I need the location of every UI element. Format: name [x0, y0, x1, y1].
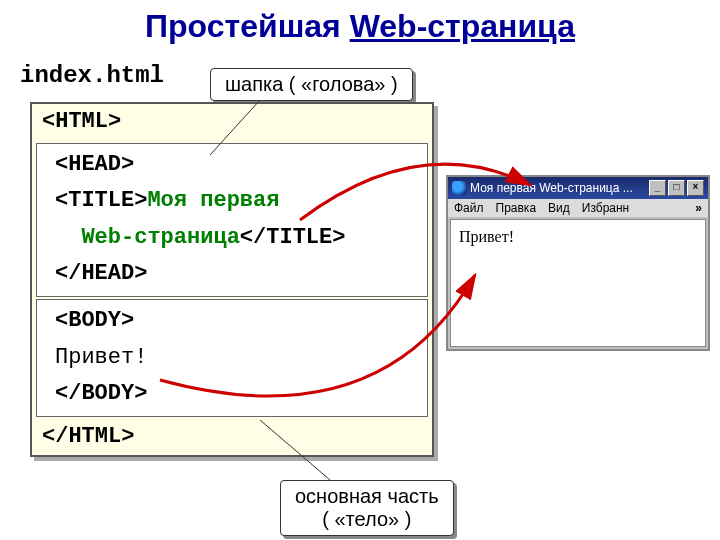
tag-title-open: <TITLE> — [55, 188, 147, 213]
code-line-body-text: Привет! — [45, 340, 419, 377]
browser-titlebar: Моя первая Web-страница ... _ □ × — [448, 177, 708, 199]
code-line-head-close: </HEAD> — [45, 256, 419, 293]
code-line-html-open: <HTML> — [32, 104, 432, 141]
maximize-button[interactable]: □ — [668, 180, 685, 196]
callout-body-line1: основная часть — [295, 485, 439, 508]
code-line-head-open: <HEAD> — [45, 147, 419, 184]
code-line-body-close: </BODY> — [45, 376, 419, 413]
title-part2: Web-страница — [350, 8, 575, 44]
code-line-title2: Web-страница</TITLE> — [45, 220, 419, 257]
page-body-text: Привет! — [459, 228, 514, 245]
browser-window: Моя первая Web-страница ... _ □ × Файл П… — [446, 175, 710, 351]
code-line-html-close: </HTML> — [32, 419, 432, 456]
title-part1: Простейшая — [145, 8, 350, 44]
ie-icon — [452, 181, 466, 195]
code-box: <HTML> <HEAD> <TITLE>Моя первая Web-стра… — [30, 102, 434, 457]
menu-file[interactable]: Файл — [454, 201, 484, 215]
browser-body: Привет! — [450, 219, 706, 347]
menu-view[interactable]: Вид — [548, 201, 570, 215]
minimize-button[interactable]: _ — [649, 180, 666, 196]
menu-edit[interactable]: Правка — [496, 201, 537, 215]
callout-body-line2: ( «тело» ) — [295, 508, 439, 531]
tag-title-close: </TITLE> — [240, 225, 346, 250]
browser-title-text: Моя первая Web-страница ... — [470, 181, 647, 195]
slide-title: Простейшая Web-страница — [0, 0, 720, 45]
close-button[interactable]: × — [687, 180, 704, 196]
menu-favorites[interactable]: Избранн — [582, 201, 629, 215]
menu-overflow-icon[interactable]: » — [695, 201, 702, 215]
filename-label: index.html — [20, 62, 164, 89]
callout-body: основная часть ( «тело» ) — [280, 480, 454, 536]
title-text-2: Web-страница — [55, 225, 240, 250]
callout-head: шапка ( «голова» ) — [210, 68, 413, 101]
browser-menu: Файл Правка Вид Избранн » — [448, 199, 708, 217]
code-line-title: <TITLE>Моя первая — [45, 183, 419, 220]
code-line-body-open: <BODY> — [45, 303, 419, 340]
title-text-1: Моя первая — [147, 188, 279, 213]
